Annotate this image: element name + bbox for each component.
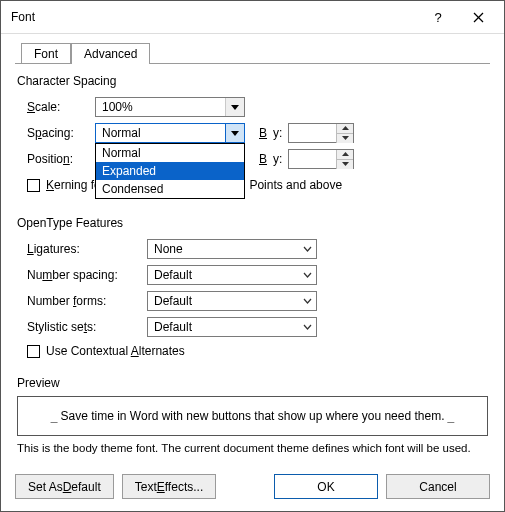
help-button[interactable]: ? (418, 3, 458, 31)
text-effects-button[interactable]: Text Effects... (122, 474, 217, 499)
tab-advanced[interactable]: Advanced (71, 43, 150, 64)
preview-text: Save time in Word with new buttons that … (61, 409, 445, 423)
svg-marker-5 (342, 136, 349, 140)
contextual-alternates-checkbox[interactable] (27, 345, 40, 358)
spacing-by-spinner[interactable] (288, 123, 354, 143)
number-forms-combo[interactable]: Default (147, 291, 317, 311)
svg-marker-7 (342, 162, 349, 166)
ligatures-label: Ligatures: (27, 242, 147, 256)
cancel-button[interactable]: Cancel (386, 474, 490, 499)
chevron-down-icon (298, 266, 316, 284)
spacing-option-expanded[interactable]: Expanded (96, 162, 244, 180)
chevron-down-icon (298, 292, 316, 310)
position-by-label: B (259, 152, 267, 166)
chevron-down-icon (298, 318, 316, 336)
close-icon (473, 12, 484, 23)
spacing-by-label: B (259, 126, 267, 140)
position-by-spinner[interactable] (288, 149, 354, 169)
stylistic-sets-combo[interactable]: Default (147, 317, 317, 337)
spacing-dropdown-list[interactable]: NormalExpandedCondensed (95, 143, 245, 199)
ok-button[interactable]: OK (274, 474, 378, 499)
spacing-combo[interactable]: Normal (95, 123, 245, 143)
svg-marker-4 (342, 126, 349, 130)
chevron-down-icon (225, 124, 244, 142)
svg-marker-6 (342, 152, 349, 156)
group-opentype: OpenType Features (17, 216, 488, 230)
spacing-label: Spacing: (27, 126, 95, 140)
spacing-option-normal[interactable]: Normal (96, 144, 244, 162)
ligatures-combo[interactable]: None (147, 239, 317, 259)
svg-marker-2 (231, 105, 239, 110)
spacing-option-condensed[interactable]: Condensed (96, 180, 244, 198)
scale-label: Scale: (27, 100, 95, 114)
tab-font[interactable]: Font (21, 43, 71, 64)
number-spacing-label: Number spacing: (27, 268, 147, 282)
contextual-alternates-label: Use Contextual Alternates (46, 344, 185, 358)
svg-marker-3 (231, 131, 239, 136)
chevron-down-icon (298, 240, 316, 258)
chevron-down-icon (225, 98, 244, 116)
preview-note: This is the body theme font. The current… (17, 442, 488, 454)
number-forms-label: Number forms: (27, 294, 147, 308)
stylistic-sets-label: Stylistic sets: (27, 320, 147, 334)
preview-box: _ Save time in Word with new buttons tha… (17, 396, 488, 436)
group-preview: Preview (17, 376, 488, 390)
dialog-title: Font (11, 10, 418, 24)
position-label: Position: (27, 152, 95, 166)
group-character-spacing: Character Spacing (17, 74, 488, 88)
number-spacing-combo[interactable]: Default (147, 265, 317, 285)
close-button[interactable] (458, 3, 498, 31)
scale-combo[interactable]: 100% (95, 97, 245, 117)
set-as-default-button[interactable]: Set As Default (15, 474, 114, 499)
kerning-checkbox[interactable] (27, 179, 40, 192)
kerning-suffix: Points and above (249, 178, 342, 192)
